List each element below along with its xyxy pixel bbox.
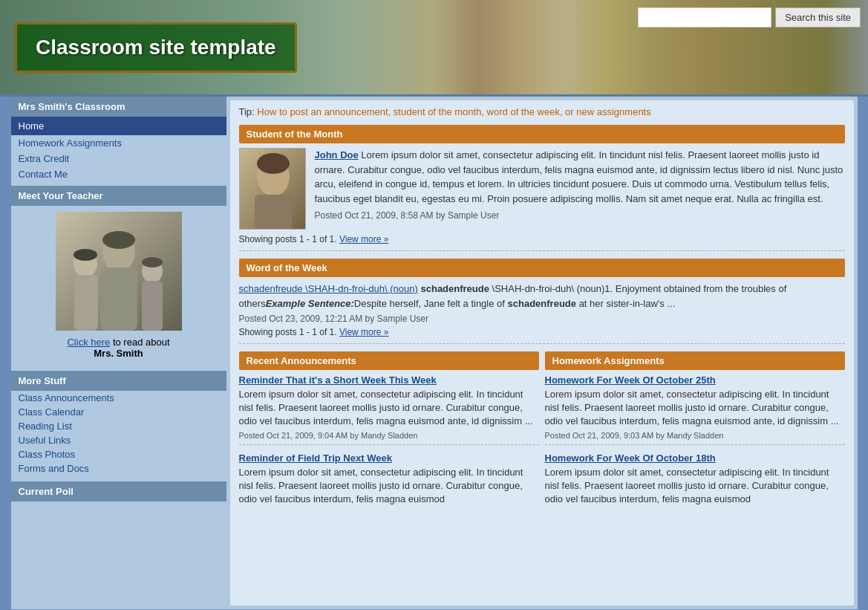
svg-point-10 — [142, 257, 163, 267]
search-area: Search this site — [638, 7, 861, 27]
sidebar-item-class-calendar[interactable]: Class Calendar — [11, 405, 226, 419]
homework-item-1: Homework For Week Of October 25th Lorem … — [545, 374, 845, 445]
homework-title-1[interactable]: Homework For Week Of October 25th — [545, 374, 845, 386]
search-input[interactable] — [638, 7, 771, 27]
sidebar-item-class-photos[interactable]: Class Photos — [11, 447, 226, 461]
sidebar-more-title: More Stuff — [11, 371, 226, 391]
svg-point-8 — [102, 231, 135, 249]
svg-point-14 — [257, 153, 290, 174]
homework-title-2[interactable]: Homework For Week Of October 18th — [545, 452, 845, 464]
teacher-photo-svg — [56, 212, 182, 331]
word-section-header: Word of the Week — [239, 259, 845, 277]
sidebar-item-reading-list[interactable]: Reading List — [11, 419, 226, 433]
sidebar-item-contact[interactable]: Contact Me — [11, 166, 226, 182]
student-content: John Doe Lorem ipsum dolor sit amet, con… — [239, 148, 845, 230]
teacher-photo-area: Click here to read about Mrs. Smith — [11, 206, 226, 365]
homework-block: Homework Assignments Homework For Week O… — [545, 351, 845, 520]
student-section-header: Student of the Month — [239, 125, 845, 143]
teacher-photo — [56, 212, 182, 331]
word-example-text: Despite herself, Jane felt a tingle of — [354, 298, 508, 309]
teacher-name: Mrs. Smith — [94, 348, 143, 359]
word-end: at her sister-in-law's ... — [576, 298, 675, 309]
sidebar-meet-title: Meet Your Teacher — [11, 186, 226, 206]
word-schadenfreude2: schadenfreude — [508, 298, 576, 309]
homework-body-1: Lorem ipsum dolor sit amet, consectetur … — [545, 388, 845, 429]
sidebar-section-title: Mrs Smith's Classroom — [11, 97, 226, 117]
sidebar: Mrs Smith's Classroom Home Homework Assi… — [11, 97, 226, 609]
svg-rect-3 — [100, 267, 137, 331]
teacher-link[interactable]: Click here — [67, 337, 110, 348]
search-button[interactable]: Search this site — [775, 7, 861, 27]
sidebar-item-useful-links[interactable]: Useful Links — [11, 433, 226, 447]
two-col-section: Recent Announcements Reminder That it's … — [239, 351, 845, 520]
word-section: Word of the Week schadenfreude \SHAH-dn-… — [239, 259, 845, 344]
sidebar-item-home[interactable]: Home — [11, 117, 226, 135]
announcements-block: Recent Announcements Reminder That it's … — [239, 351, 539, 520]
announcement-body-2: Lorem ipsum dolor sit amet, consectetur … — [239, 466, 539, 507]
student-text: John Doe Lorem ipsum dolor sit amet, con… — [315, 148, 845, 230]
homework-posted-1: Posted Oct 21, 2009, 9:03 AM by Mandy Sl… — [545, 431, 845, 440]
svg-rect-5 — [74, 275, 98, 331]
svg-point-9 — [74, 249, 97, 261]
sidebar-item-class-announcements[interactable]: Class Announcements — [11, 391, 226, 405]
word-posted: Posted Oct 23, 2009, 12:21 AM by Sample … — [239, 314, 845, 324]
announcement-title-2[interactable]: Reminder of Field Trip Next Week — [239, 452, 539, 464]
main-wrapper: Mrs Smith's Classroom Home Homework Assi… — [11, 97, 858, 609]
homework-body-2: Lorem ipsum dolor sit amet, consectetur … — [545, 466, 845, 507]
homework-item-2: Homework For Week Of October 18th Lorem … — [545, 452, 845, 513]
student-posted: Posted Oct 21, 2009, 8:58 AM by Sample U… — [315, 209, 845, 222]
svg-rect-7 — [142, 281, 163, 331]
sidebar-item-extra-credit[interactable]: Extra Credit — [11, 151, 226, 166]
student-section: Student of the Month — [239, 125, 845, 251]
sidebar-poll-title: Current Poll — [11, 481, 226, 502]
word-example-label: Example Sentence: — [266, 298, 354, 309]
announcement-title-1[interactable]: Reminder That it's a Short Week This Wee… — [239, 374, 539, 386]
announcement-body-1: Lorem ipsum dolor sit amet, consectetur … — [239, 388, 539, 429]
page-header: Classroom site template Search this site — [0, 0, 868, 97]
tip-link[interactable]: How to post an announcement, student of … — [257, 106, 650, 117]
content-area: Tip: How to post an announcement, studen… — [230, 100, 854, 606]
homework-header: Homework Assignments — [545, 351, 845, 370]
word-body-bold: schadenfreude — [420, 283, 489, 294]
site-title: Classroom site template — [36, 36, 276, 59]
student-photo-svg — [240, 149, 306, 230]
teacher-link-area: Click here to read about Mrs. Smith — [19, 337, 219, 359]
sidebar-item-homework[interactable]: Homework Assignments — [11, 135, 226, 151]
word-title-link[interactable]: schadenfreude \SHAH-dn-froi-duh\ (noun) — [239, 283, 418, 294]
word-body: schadenfreude \SHAH-dn-froi-duh\ (noun) … — [239, 282, 845, 311]
word-showing-posts: Showing posts 1 - 1 of 1. View more » — [239, 327, 845, 337]
teacher-photo-inner — [56, 212, 182, 331]
tip-line: Tip: How to post an announcement, studen… — [239, 106, 845, 117]
student-view-more[interactable]: View more » — [339, 234, 388, 244]
sidebar-item-forms-docs[interactable]: Forms and Docs — [11, 461, 226, 476]
student-body: Lorem ipsum dolor sit amet, consectetur … — [315, 149, 843, 204]
tip-prefix: Tip: — [239, 106, 258, 117]
student-photo — [239, 148, 306, 230]
announcement-item-2: Reminder of Field Trip Next Week Lorem i… — [239, 452, 539, 513]
announcement-item-1: Reminder That it's a Short Week This Wee… — [239, 374, 539, 445]
student-name[interactable]: John Doe — [315, 149, 359, 160]
student-showing-posts: Showing posts 1 - 1 of 1. View more » — [239, 234, 845, 244]
teacher-link-suffix: to read about — [110, 337, 169, 348]
announcements-header: Recent Announcements — [239, 351, 539, 370]
svg-rect-15 — [255, 195, 292, 230]
word-view-more[interactable]: View more » — [339, 327, 388, 337]
site-title-box: Classroom site template — [15, 22, 297, 73]
announcement-posted-1: Posted Oct 21, 2009, 9:04 AM by Mandy Sl… — [239, 431, 539, 440]
